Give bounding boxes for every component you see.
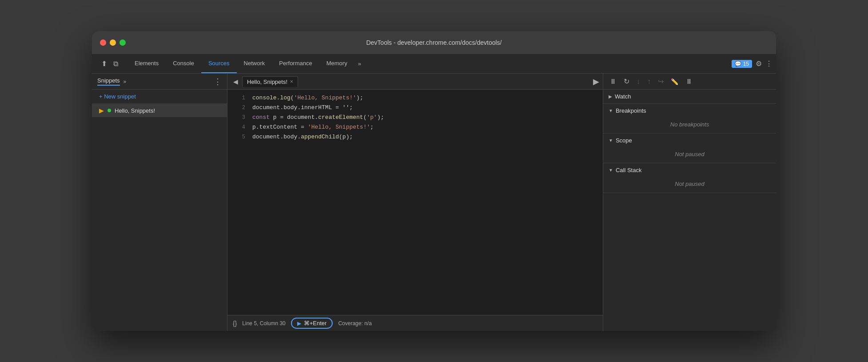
line-number-5: 5: [235, 132, 245, 142]
snippet-item[interactable]: ▶ Hello, Snippets!: [92, 104, 227, 117]
code-content-4: p.textContent = 'Hello, Snippets!';: [252, 122, 374, 132]
deactivate-breakpoints-button[interactable]: ✏️: [668, 76, 681, 87]
code-line-4: 4 p.textContent = 'Hello, Snippets!';: [227, 122, 603, 132]
breakpoints-section: ▼ Breakpoints No breakpoints: [603, 104, 776, 134]
sidebar-header: Snippets » ⋮: [92, 74, 227, 90]
code-content-2: document.body.innerHTML = '';: [252, 103, 353, 113]
new-snippet-button[interactable]: + New snippet: [92, 90, 227, 104]
nav-tabs: Elements Console Sources Network Perform…: [127, 54, 732, 73]
call-stack-not-paused-label: Not paused: [670, 176, 709, 192]
run-shortcut-label: ⌘+Enter: [304, 320, 327, 327]
debug-toolbar: ⏸ ↻ ↓ ↑ ↪ ✏️ ⏸: [603, 74, 776, 90]
line-number-4: 4: [235, 122, 245, 132]
run-shortcut-button[interactable]: ▶ ⌘+Enter: [291, 318, 333, 329]
tab-sources[interactable]: Sources: [201, 54, 237, 73]
breakpoints-section-header[interactable]: ▼ Breakpoints: [603, 104, 776, 118]
maximize-button[interactable]: [119, 39, 126, 46]
editor-tab-close-button[interactable]: ×: [290, 79, 293, 85]
step-button[interactable]: ↪: [655, 75, 666, 87]
breakpoints-body: No breakpoints: [603, 118, 776, 133]
devtools-window: DevTools - developer.chrome.com/docs/dev…: [92, 31, 776, 331]
window-title: DevTools - developer.chrome.com/docs/dev…: [366, 39, 502, 46]
status-bar: {} Line 5, Column 30 ▶ ⌘+Enter Coverage:…: [227, 315, 603, 331]
right-panel: ⏸ ↻ ↓ ↑ ↪ ✏️ ⏸ ▶ Watch ▼ Breakpoints: [603, 74, 776, 331]
code-editor[interactable]: 1 console.log('Hello, Snippets!'); 2 doc…: [227, 90, 603, 315]
scope-section-header[interactable]: ▼ Scope: [603, 134, 776, 147]
scope-arrow-icon: ▼: [609, 138, 613, 143]
sidebar-more-icon[interactable]: »: [123, 79, 127, 85]
watch-section-header[interactable]: ▶ Watch: [603, 90, 776, 103]
code-line-5: 5 document.body.appendChild(p);: [227, 132, 603, 142]
chat-icon: 💬: [735, 61, 741, 67]
breakpoints-arrow-icon: ▼: [609, 108, 613, 113]
sidebar-title: Snippets: [97, 77, 120, 86]
tab-elements[interactable]: Elements: [127, 54, 166, 73]
editor-tabs: ◀ Hello, Snippets! × ▶: [227, 74, 603, 90]
code-line-2: 2 document.body.innerHTML = '';: [227, 103, 603, 113]
scope-body: Not paused: [603, 147, 776, 163]
pause-button[interactable]: ⏸: [607, 76, 619, 87]
badge-count: 15: [743, 61, 749, 67]
new-snippet-label: + New snippet: [99, 93, 136, 100]
watch-title: Watch: [615, 93, 631, 100]
editor-tab-hello-snippets[interactable]: Hello, Snippets! ×: [242, 76, 298, 87]
scope-title: Scope: [616, 137, 632, 144]
collapse-sidebar-button[interactable]: ◀: [231, 77, 240, 87]
scope-not-paused-label: Not paused: [670, 146, 709, 162]
cursor-position: Line 5, Column 30: [242, 320, 285, 327]
notifications-badge[interactable]: 💬 15: [732, 60, 752, 68]
code-content-5: document.body.appendChild(p);: [252, 132, 353, 142]
window-controls: [100, 39, 126, 46]
watch-section: ▶ Watch: [603, 90, 776, 104]
call-stack-arrow-icon: ▼: [609, 168, 613, 173]
cursor-icon[interactable]: ⬆: [99, 58, 109, 70]
line-number-1: 1: [235, 93, 245, 103]
device-icon[interactable]: ⧉: [111, 58, 120, 70]
titlebar: DevTools - developer.chrome.com/docs/dev…: [92, 31, 776, 54]
snippet-name: Hello, Snippets!: [115, 107, 155, 114]
format-button[interactable]: {}: [233, 320, 237, 327]
step-out-button[interactable]: ↑: [645, 76, 653, 87]
line-number-3: 3: [235, 113, 245, 122]
snippet-file-icon: ▶: [99, 107, 104, 114]
devtools-body: Snippets » ⋮ + New snippet ▶ Hello, Snip…: [92, 74, 776, 331]
call-stack-title: Call Stack: [616, 167, 642, 173]
sidebar-menu-button[interactable]: ⋮: [214, 77, 222, 87]
more-tabs-button[interactable]: »: [354, 60, 365, 67]
tab-console[interactable]: Console: [166, 54, 201, 73]
code-content-3: const p = document.createElement('p');: [252, 113, 384, 122]
snippet-run-indicator: [108, 109, 111, 112]
close-button[interactable]: [100, 39, 106, 46]
settings-button[interactable]: ⚙: [756, 59, 762, 68]
watch-arrow-icon: ▶: [609, 94, 612, 99]
nav-right-actions: 💬 15 ⚙ ⋮: [732, 59, 772, 68]
step-into-button[interactable]: ↓: [634, 76, 643, 87]
call-stack-section: ▼ Call Stack Not paused: [603, 163, 776, 193]
code-line-1: 1 console.log('Hello, Snippets!');: [227, 93, 603, 103]
tab-memory[interactable]: Memory: [319, 54, 354, 73]
call-stack-section-header[interactable]: ▼ Call Stack: [603, 163, 776, 177]
step-over-button[interactable]: ↻: [621, 75, 632, 87]
breakpoints-title: Breakpoints: [616, 107, 646, 114]
more-options-button[interactable]: ⋮: [765, 59, 772, 68]
coverage-label: Coverage: n/a: [338, 320, 371, 327]
scope-section: ▼ Scope Not paused: [603, 134, 776, 163]
code-content-1: console.log('Hello, Snippets!');: [252, 93, 363, 103]
devtools-navbar: ⬆ ⧉ Elements Console Sources Network Per…: [92, 54, 776, 74]
line-number-2: 2: [235, 103, 245, 113]
sidebar: Snippets » ⋮ + New snippet ▶ Hello, Snip…: [92, 74, 227, 331]
minimize-button[interactable]: [110, 39, 116, 46]
pause-on-exception-button[interactable]: ⏸: [683, 76, 695, 87]
no-breakpoints-label: No breakpoints: [670, 121, 709, 128]
tab-network[interactable]: Network: [237, 54, 272, 73]
run-tab-button[interactable]: ▶: [593, 77, 599, 87]
nav-tool-icons: ⬆ ⧉: [96, 58, 124, 70]
code-line-3: 3 const p = document.createElement('p');: [227, 113, 603, 122]
tab-performance[interactable]: Performance: [272, 54, 319, 73]
run-play-icon: ▶: [297, 320, 301, 327]
call-stack-body: Not paused: [603, 177, 776, 193]
editor-area: ◀ Hello, Snippets! × ▶ 1 console.log('He…: [227, 74, 603, 331]
editor-tab-name: Hello, Snippets!: [247, 79, 287, 85]
